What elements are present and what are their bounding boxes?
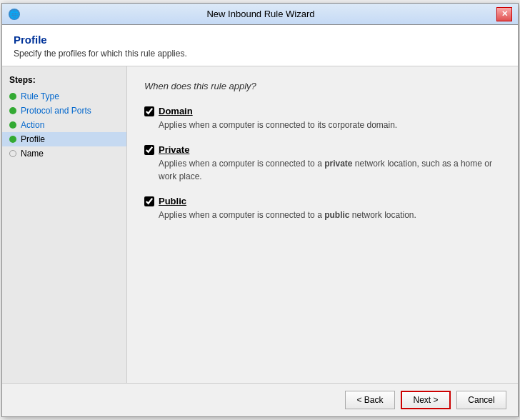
sidebar-label-profile: Profile xyxy=(21,134,45,144)
public-checkbox-row: Public xyxy=(144,196,501,206)
domain-checkbox-row: Domain xyxy=(144,106,501,116)
sidebar-label-protocol-ports: Protocol and Ports xyxy=(21,106,91,116)
step-dot-rule-type xyxy=(9,93,16,100)
right-panel: When does this rule apply? Domain Applie… xyxy=(127,66,518,383)
step-dot-name xyxy=(9,150,16,157)
app-icon: 🌐 xyxy=(8,8,21,21)
domain-option-block: Domain Applies when a computer is connec… xyxy=(144,106,501,131)
back-button[interactable]: < Back xyxy=(345,391,395,409)
private-label: Private xyxy=(159,144,189,155)
wizard-window: 🌐 New Inbound Rule Wizard ✕ Profile Spec… xyxy=(1,3,519,417)
title-bar: 🌐 New Inbound Rule Wizard ✕ xyxy=(2,4,518,25)
private-description: Applies when a computer is connected to … xyxy=(159,157,501,183)
private-checkbox-row: Private xyxy=(144,144,501,155)
public-label: Public xyxy=(159,196,186,206)
sidebar-label-action: Action xyxy=(21,120,44,130)
private-option-block: Private Applies when a computer is conne… xyxy=(144,144,501,183)
sidebar-item-rule-type[interactable]: Rule Type xyxy=(2,89,126,104)
step-dot-action xyxy=(9,121,16,129)
domain-checkbox[interactable] xyxy=(144,106,154,116)
sidebar-item-profile: Profile xyxy=(2,132,126,146)
close-button[interactable]: ✕ xyxy=(496,7,512,21)
question-text: When does this rule apply? xyxy=(144,81,501,91)
main-wrapper: Profile Specify the profiles for which t… xyxy=(2,25,518,416)
private-checkbox[interactable] xyxy=(144,145,154,155)
window-title: New Inbound Rule Wizard xyxy=(25,9,496,19)
steps-label: Steps: xyxy=(2,75,126,89)
header-section: Profile Specify the profiles for which t… xyxy=(2,25,518,66)
sidebar-label-rule-type: Rule Type xyxy=(21,91,59,101)
domain-description: Applies when a computer is connected to … xyxy=(159,119,501,131)
sidebar-label-name: Name xyxy=(21,149,44,159)
sidebar-item-action[interactable]: Action xyxy=(2,118,126,132)
step-dot-profile xyxy=(9,136,16,143)
domain-label: Domain xyxy=(159,106,193,116)
public-option-block: Public Applies when a computer is connec… xyxy=(144,196,501,221)
public-description: Applies when a computer is connected to … xyxy=(159,209,501,221)
step-dot-protocol-ports xyxy=(9,107,16,114)
public-checkbox[interactable] xyxy=(144,196,154,206)
page-title: Profile xyxy=(14,34,506,46)
cancel-button[interactable]: Cancel xyxy=(456,391,506,409)
svg-text:🌐: 🌐 xyxy=(9,9,19,19)
sidebar-item-protocol-ports[interactable]: Protocol and Ports xyxy=(2,104,126,118)
sidebar: Steps: Rule Type Protocol and Ports Acti… xyxy=(2,66,127,383)
sidebar-item-name: Name xyxy=(2,146,126,161)
page-subtitle: Specify the profiles for which this rule… xyxy=(14,49,506,59)
body-area: Steps: Rule Type Protocol and Ports Acti… xyxy=(2,66,518,383)
footer: < Back Next > Cancel xyxy=(2,383,518,416)
next-button[interactable]: Next > xyxy=(401,391,451,409)
